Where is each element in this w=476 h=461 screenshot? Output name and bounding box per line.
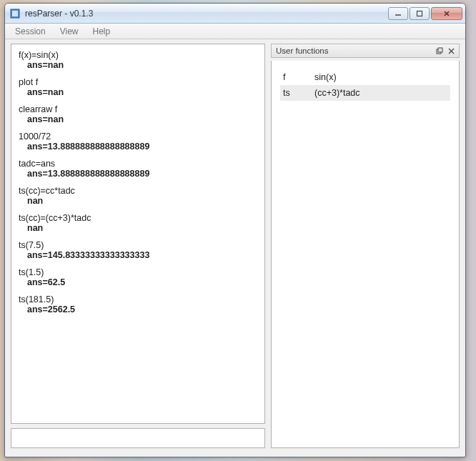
console-result-line: ans=2562.5 bbox=[19, 304, 257, 314]
svg-rect-7 bbox=[438, 48, 442, 52]
console-entry: tadc=ansans=13.888888888888888889 bbox=[19, 159, 257, 179]
console-input-line: clearraw f bbox=[19, 104, 257, 114]
panel-title: User functions bbox=[276, 46, 329, 55]
console-result-line: ans=nan bbox=[19, 114, 257, 124]
console-result-line: ans=13.888888888888888889 bbox=[19, 169, 257, 179]
user-functions-body: fsin(x)ts(cc+3)*tadc bbox=[271, 61, 460, 448]
console-result-line: ans=13.888888888888888889 bbox=[19, 142, 257, 152]
console-entry: plot fans=nan bbox=[19, 77, 257, 97]
close-button[interactable] bbox=[431, 7, 462, 20]
console-input-line: 1000/72 bbox=[19, 132, 257, 142]
console-input-line: ts(cc)=(cc+3)*tadc bbox=[19, 213, 257, 223]
svg-rect-1 bbox=[12, 11, 18, 16]
console-input-line: f(x)=sin(x) bbox=[19, 50, 257, 60]
console-input-line: ts(1.5) bbox=[19, 267, 257, 277]
console-result-line: ans=145.83333333333333333 bbox=[19, 250, 257, 260]
console-input-line: plot f bbox=[19, 77, 257, 87]
app-icon bbox=[9, 8, 21, 19]
function-row[interactable]: fsin(x) bbox=[280, 69, 450, 85]
console-entry: clearraw fans=nan bbox=[19, 104, 257, 124]
console-result-line: ans=62.5 bbox=[19, 277, 257, 287]
console-entry: 1000/72ans=13.888888888888888889 bbox=[19, 132, 257, 152]
function-name: f bbox=[283, 72, 314, 82]
console-entry: ts(cc)=cc*tadcnan bbox=[19, 186, 257, 206]
console-input-line: ts(cc)=cc*tadc bbox=[19, 186, 257, 196]
svg-rect-3 bbox=[417, 11, 422, 16]
console-input-wrap bbox=[11, 428, 265, 448]
console-result-line: nan bbox=[19, 223, 257, 233]
maximize-button[interactable] bbox=[410, 7, 430, 20]
function-name: ts bbox=[283, 88, 314, 98]
app-window: resParser - v0.1.3 Session View Help f(x… bbox=[4, 3, 466, 457]
console-input-line: ts(181.5) bbox=[19, 294, 257, 304]
function-definition: (cc+3)*tadc bbox=[314, 88, 447, 98]
window-controls bbox=[388, 7, 462, 20]
right-column: User functions fsin(x)ts(cc+3)*tadc bbox=[271, 44, 460, 448]
undock-icon[interactable] bbox=[435, 46, 445, 56]
client-area: f(x)=sin(x)ans=nanplot fans=nanclearraw … bbox=[5, 39, 465, 457]
user-functions-header[interactable]: User functions bbox=[271, 44, 460, 58]
console-entry: f(x)=sin(x)ans=nan bbox=[19, 50, 257, 70]
menu-help[interactable]: Help bbox=[86, 24, 118, 39]
minimize-button[interactable] bbox=[388, 7, 408, 20]
console-input-line: ts(7.5) bbox=[19, 240, 257, 250]
console-entry: ts(7.5)ans=145.83333333333333333 bbox=[19, 240, 257, 260]
console-input-line: tadc=ans bbox=[19, 159, 257, 169]
function-row[interactable]: ts(cc+3)*tadc bbox=[280, 85, 450, 101]
menubar: Session View Help bbox=[5, 24, 465, 39]
console-input[interactable] bbox=[11, 429, 264, 447]
left-column: f(x)=sin(x)ans=nanplot fans=nanclearraw … bbox=[11, 44, 265, 448]
window-title: resParser - v0.1.3 bbox=[25, 9, 388, 19]
console-entry: ts(1.5)ans=62.5 bbox=[19, 267, 257, 287]
console-entry: ts(cc)=(cc+3)*tadcnan bbox=[19, 213, 257, 233]
function-definition: sin(x) bbox=[314, 72, 447, 82]
menu-view[interactable]: View bbox=[53, 24, 86, 39]
console-result-line: nan bbox=[19, 196, 257, 206]
panel-close-icon[interactable] bbox=[446, 46, 456, 56]
console-result-line: ans=nan bbox=[19, 87, 257, 97]
console-entry: ts(181.5)ans=2562.5 bbox=[19, 294, 257, 314]
console-output[interactable]: f(x)=sin(x)ans=nanplot fans=nanclearraw … bbox=[11, 44, 265, 424]
titlebar[interactable]: resParser - v0.1.3 bbox=[5, 4, 465, 24]
menu-session[interactable]: Session bbox=[8, 24, 53, 39]
console-result-line: ans=nan bbox=[19, 60, 257, 70]
